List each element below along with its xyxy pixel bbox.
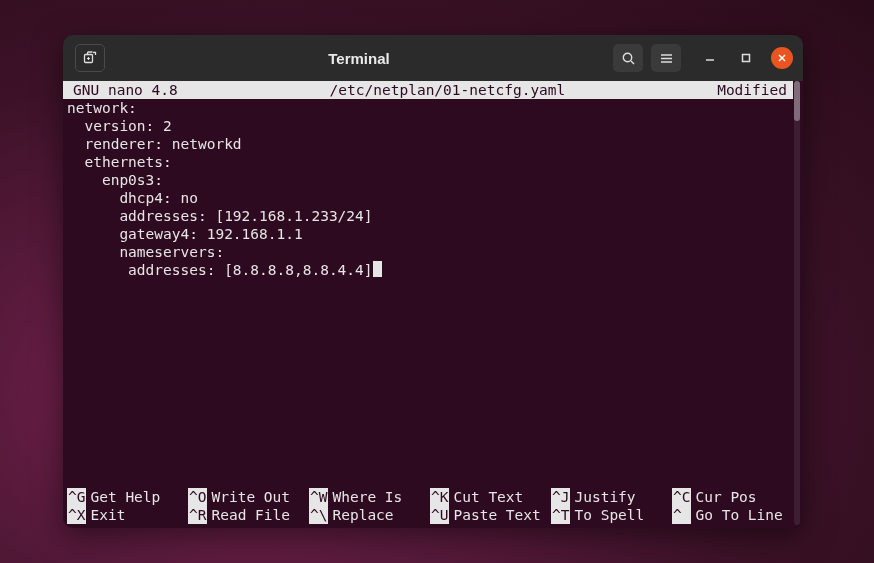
file-line: addresses: [8.8.8.8,8.8.4.4] — [67, 261, 793, 279]
minimize-button[interactable] — [699, 47, 721, 69]
new-tab-button[interactable] — [75, 44, 105, 72]
shortcut-label: To Spell — [574, 506, 644, 524]
nano-shortcut[interactable]: ^JJustify — [551, 488, 672, 506]
nano-app-name: GNU nano 4.8 — [67, 81, 178, 99]
scrollbar[interactable] — [794, 81, 800, 525]
nano-shortcut[interactable]: ^CCur Pos — [672, 488, 793, 506]
svg-point-1 — [623, 53, 631, 61]
terminal-body[interactable]: GNU nano 4.8 /etc/netplan/01-netcfg.yaml… — [63, 81, 803, 528]
nano-status: Modified — [717, 81, 789, 99]
nano-shortcut[interactable]: ^KCut Text — [430, 488, 551, 506]
shortcut-label: Read File — [211, 506, 290, 524]
shortcut-label: Write Out — [211, 488, 290, 506]
nano-shortcut[interactable]: ^TTo Spell — [551, 506, 672, 524]
shortcut-key: ^J — [551, 488, 570, 506]
maximize-button[interactable] — [735, 47, 757, 69]
shortcut-label: Where Is — [332, 488, 402, 506]
hamburger-icon — [659, 51, 674, 66]
shortcut-key: ^T — [551, 506, 570, 524]
minimize-icon — [704, 52, 716, 64]
shortcut-key: ^W — [309, 488, 328, 506]
nano-shortcut[interactable]: ^XExit — [67, 506, 188, 524]
shortcut-label: Justify — [574, 488, 635, 506]
close-icon — [776, 52, 788, 64]
file-line: ethernets: — [67, 153, 793, 171]
shortcut-label: Cut Text — [453, 488, 523, 506]
maximize-icon — [740, 52, 752, 64]
shortcut-key: ^O — [188, 488, 207, 506]
shortcut-key: ^U — [430, 506, 449, 524]
close-button[interactable] — [771, 47, 793, 69]
shortcut-label: Replace — [332, 506, 393, 524]
shortcut-label: Exit — [90, 506, 125, 524]
shortcut-key: ^C — [672, 488, 691, 506]
shortcut-label: Cur Pos — [695, 488, 756, 506]
shortcut-key: ^X — [67, 506, 86, 524]
terminal-window: Terminal GNU nano 4.8 /etc/netplan/01-ne… — [63, 35, 803, 528]
scrollbar-thumb[interactable] — [794, 81, 800, 121]
window-controls — [699, 47, 793, 69]
nano-shortcut[interactable]: ^GGet Help — [67, 488, 188, 506]
file-line: network: — [67, 99, 793, 117]
nano-shortcut[interactable]: ^WWhere Is — [309, 488, 430, 506]
nano-shortcut[interactable]: ^OWrite Out — [188, 488, 309, 506]
new-tab-icon — [83, 51, 97, 65]
menu-button[interactable] — [651, 44, 681, 72]
svg-rect-2 — [743, 55, 750, 62]
cursor — [373, 261, 382, 277]
nano-header: GNU nano 4.8 /etc/netplan/01-netcfg.yaml… — [63, 81, 793, 99]
file-line: enp0s3: — [67, 171, 793, 189]
shortcut-label: Get Help — [90, 488, 160, 506]
titlebar: Terminal — [63, 35, 803, 81]
window-title: Terminal — [113, 50, 605, 67]
search-icon — [621, 51, 636, 66]
file-line: nameservers: — [67, 243, 793, 261]
shortcut-key: ^G — [67, 488, 86, 506]
nano-shortcuts: ^GGet Help^XExit^OWrite Out^RRead File^W… — [63, 488, 793, 528]
shortcut-label: Go To Line — [695, 506, 782, 524]
nano-shortcut[interactable]: ^RRead File — [188, 506, 309, 524]
file-line: addresses: [192.168.1.233/24] — [67, 207, 793, 225]
nano-file-path: /etc/netplan/01-netcfg.yaml — [178, 81, 717, 99]
file-line: renderer: networkd — [67, 135, 793, 153]
file-line: gateway4: 192.168.1.1 — [67, 225, 793, 243]
file-line: dhcp4: no — [67, 189, 793, 207]
editor-content[interactable]: network: version: 2 renderer: networkd e… — [63, 99, 793, 488]
shortcut-key: ^K — [430, 488, 449, 506]
search-button[interactable] — [613, 44, 643, 72]
shortcut-key: ^\ — [309, 506, 328, 524]
shortcut-label: Paste Text — [453, 506, 540, 524]
shortcut-key: ^ — [672, 506, 691, 524]
nano-shortcut[interactable]: ^\Replace — [309, 506, 430, 524]
shortcut-key: ^R — [188, 506, 207, 524]
nano-shortcut[interactable]: ^ Go To Line — [672, 506, 793, 524]
file-line: version: 2 — [67, 117, 793, 135]
nano-shortcut[interactable]: ^UPaste Text — [430, 506, 551, 524]
